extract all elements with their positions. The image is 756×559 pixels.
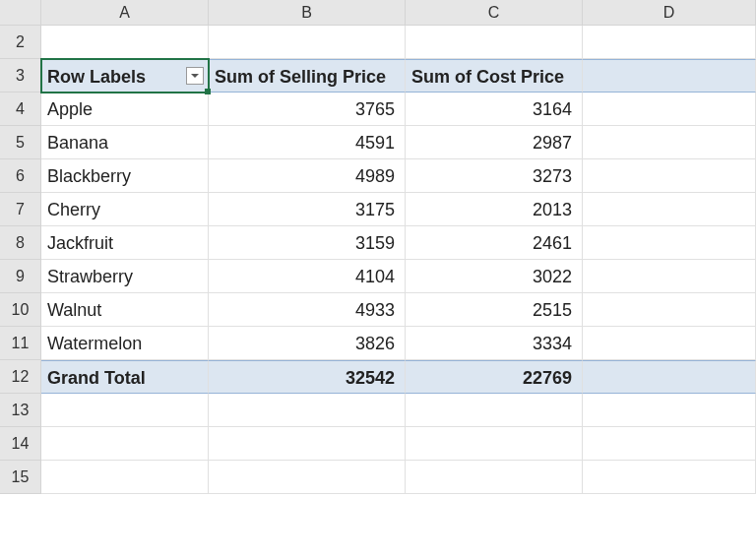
cell-A6[interactable]: Blackberry (41, 159, 209, 193)
cell-D3[interactable] (583, 59, 756, 93)
pivot-row-selling: 3765 (355, 99, 395, 119)
cell-A13[interactable] (41, 394, 209, 427)
row-header-8[interactable]: 8 (0, 226, 41, 260)
cell-A3[interactable]: Row Labels (41, 59, 209, 93)
cell-D7[interactable] (583, 193, 756, 226)
row-header-4[interactable]: 4 (0, 93, 41, 126)
watermark-brand: exceldemy (305, 492, 376, 494)
cell-B5[interactable]: 4591 (209, 126, 406, 159)
cell-A7[interactable]: Cherry (41, 193, 209, 226)
cell-C13[interactable] (406, 394, 583, 427)
cell-A14[interactable] (41, 427, 209, 461)
cell-C12[interactable]: 22769 (406, 360, 583, 394)
pivot-total-cost: 22769 (523, 368, 572, 388)
cell-B9[interactable]: 4104 (209, 260, 406, 293)
cell-B12[interactable]: 32542 (209, 360, 406, 394)
cell-D2[interactable] (583, 26, 756, 59)
col-header-D[interactable]: D (583, 0, 756, 26)
pivot-row-cost: 2987 (533, 133, 572, 153)
cell-A15[interactable] (41, 461, 209, 494)
select-all-corner[interactable] (0, 0, 41, 26)
cell-C9[interactable]: 3022 (406, 260, 583, 293)
cell-B8[interactable]: 3159 (209, 226, 406, 260)
cell-D11[interactable] (583, 327, 756, 360)
row-header-14[interactable]: 14 (0, 427, 41, 461)
cell-B6[interactable]: 4989 (209, 159, 406, 193)
row-header-15[interactable]: 15 (0, 461, 41, 494)
cell-B3[interactable]: Sum of Selling Price (209, 59, 406, 93)
pivot-row-selling: 4933 (355, 300, 395, 320)
cell-B10[interactable]: 4933 (209, 293, 406, 327)
col-header-A[interactable]: A (41, 0, 209, 26)
cell-D5[interactable] (583, 126, 756, 159)
cell-C6[interactable]: 3273 (406, 159, 583, 193)
cell-B4[interactable]: 3765 (209, 93, 406, 126)
cell-C4[interactable]: 3164 (406, 93, 583, 126)
cell-A9[interactable]: Strawberry (41, 260, 209, 293)
cell-D14[interactable] (583, 427, 756, 461)
pivot-row-label: Apple (47, 99, 93, 119)
row-header-9[interactable]: 9 (0, 260, 41, 293)
col-header-B[interactable]: B (209, 0, 406, 26)
filter-dropdown-button[interactable] (186, 67, 204, 85)
pivot-row-cost: 2461 (533, 233, 572, 253)
pivot-row-cost: 3334 (533, 334, 572, 353)
cell-C2[interactable] (406, 26, 583, 59)
cell-B2[interactable] (209, 26, 406, 59)
row-header-7[interactable]: 7 (0, 193, 41, 226)
pivot-row-label: Walnut (47, 300, 101, 320)
pivot-row-cost: 3273 (533, 166, 572, 186)
cell-B11[interactable]: 3826 (209, 327, 406, 360)
cell-A5[interactable]: Banana (41, 126, 209, 159)
row-header-12[interactable]: 12 (0, 360, 41, 394)
row-header-11[interactable]: 11 (0, 327, 41, 360)
cell-A2[interactable] (41, 26, 209, 59)
row-header-5[interactable]: 5 (0, 126, 41, 159)
row-header-3[interactable]: 3 (0, 59, 41, 93)
cell-C8[interactable]: 2461 (406, 226, 583, 260)
cell-D9[interactable] (583, 260, 756, 293)
pivot-row-label: Blackberry (47, 166, 131, 186)
cell-D6[interactable] (583, 159, 756, 193)
cell-A4[interactable]: Apple (41, 93, 209, 126)
row-header-2[interactable]: 2 (0, 26, 41, 59)
cell-B15[interactable] (209, 461, 406, 494)
pivot-row-label: Banana (47, 133, 108, 153)
pivot-row-selling: 3159 (355, 233, 395, 253)
cell-C3[interactable]: Sum of Cost Price (406, 59, 583, 93)
cell-D4[interactable] (583, 93, 756, 126)
cell-D8[interactable] (583, 226, 756, 260)
cell-B14[interactable] (209, 427, 406, 461)
cell-C7[interactable]: 2013 (406, 193, 583, 226)
pivot-rowlabels-header: Row Labels (47, 67, 146, 87)
cell-A11[interactable]: Watermelon (41, 327, 209, 360)
cell-D15[interactable] (583, 461, 756, 494)
pivot-row-selling: 4104 (355, 267, 395, 286)
cell-C10[interactable]: 2515 (406, 293, 583, 327)
pivot-row-selling: 3826 (355, 334, 395, 353)
pivot-row-label: Strawberry (47, 267, 133, 286)
cell-D12[interactable] (583, 360, 756, 394)
pivot-row-cost: 3022 (533, 267, 572, 286)
cell-D10[interactable] (583, 293, 756, 327)
cell-C15[interactable] (406, 461, 583, 494)
row-header-6[interactable]: 6 (0, 159, 41, 193)
cell-D13[interactable] (583, 394, 756, 427)
cell-C5[interactable]: 2987 (406, 126, 583, 159)
cell-B7[interactable]: 3175 (209, 193, 406, 226)
pivot-col1-header: Sum of Selling Price (215, 67, 386, 87)
row-header-13[interactable]: 13 (0, 394, 41, 427)
cell-A8[interactable]: Jackfruit (41, 226, 209, 260)
cell-C11[interactable]: 3334 (406, 327, 583, 360)
watermark-logo: exceldemy EXCEL · DATA · BI (276, 492, 396, 494)
row-header-10[interactable]: 10 (0, 293, 41, 327)
pivot-row-label: Cherry (47, 200, 100, 219)
pivot-row-cost: 2515 (533, 300, 572, 320)
cell-C14[interactable] (406, 427, 583, 461)
cell-A12[interactable]: Grand Total (41, 360, 209, 394)
cell-B13[interactable] (209, 394, 406, 427)
pivot-row-label: Watermelon (47, 334, 142, 353)
cell-A10[interactable]: Walnut (41, 293, 209, 327)
pivot-total-label: Grand Total (47, 368, 146, 388)
col-header-C[interactable]: C (406, 0, 583, 26)
